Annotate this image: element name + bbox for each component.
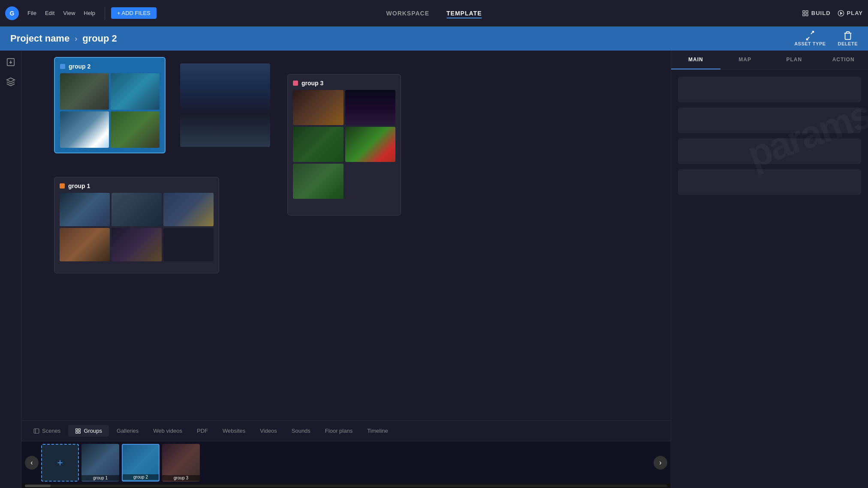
breadcrumb-right-actions: ASSET TYPE DELETE: [794, 31, 858, 46]
group3-photo-3: [293, 127, 344, 162]
asset-type-label: ASSET TYPE: [794, 41, 826, 46]
tab-webvideos-label: Web videos: [153, 428, 182, 434]
filmstrip-prev[interactable]: ‹: [25, 456, 39, 470]
asset-type-button[interactable]: ASSET TYPE: [794, 31, 826, 46]
group1-photos-bot: [60, 228, 214, 261]
scrollbar-handle[interactable]: [25, 485, 51, 487]
open-folder-button[interactable]: [159, 6, 166, 20]
right-panel: MAIN MAP PLAN ACTION params: [671, 51, 868, 488]
group2-photo-3: [60, 111, 109, 148]
play-button[interactable]: PLAY: [838, 10, 863, 17]
group2-title: group 2: [69, 63, 90, 70]
sidebar-layers-icon[interactable]: [4, 75, 17, 88]
tab-floorplans[interactable]: Floor plans: [318, 425, 359, 437]
redo-button[interactable]: [187, 6, 194, 20]
group1-title: group 1: [68, 183, 90, 189]
topbar: G File Edit View Help + ADD FILES WORKSP…: [0, 0, 868, 27]
workspace-tab[interactable]: WORKSPACE: [386, 8, 430, 18]
group1-photos-top: [60, 193, 214, 226]
tab-galleries[interactable]: Galleries: [110, 425, 145, 437]
filmstrip-label-group2: group 2: [123, 474, 159, 480]
filmstrip-item-group2[interactable]: group 2: [122, 444, 160, 482]
group3-photo-5: [293, 164, 344, 199]
breadcrumb-group: group 2: [82, 33, 117, 44]
menu-view[interactable]: View: [60, 8, 78, 18]
topbar-divider-1: [105, 7, 105, 20]
group-box-group2[interactable]: group 2: [54, 57, 166, 153]
template-tab[interactable]: TEMPLATE: [446, 8, 482, 18]
tab-sounds-label: Sounds: [292, 428, 310, 434]
scrollbar-track[interactable]: [25, 485, 667, 487]
tab-galleries-label: Galleries: [117, 428, 139, 434]
group3-label: group 3: [293, 80, 395, 87]
group2-color-dot: [60, 64, 65, 69]
group-box-group1[interactable]: group 1: [54, 177, 219, 273]
undo-button[interactable]: [178, 6, 185, 20]
bottom-tabs-row: Scenes Groups Galleries Web videos PDF W…: [21, 420, 671, 441]
scrollbar-row: [21, 484, 671, 488]
filmstrip-add[interactable]: +: [41, 444, 79, 482]
tab-websites[interactable]: Websites: [216, 425, 252, 437]
bottom-section: Scenes Groups Galleries Web videos PDF W…: [21, 420, 671, 488]
svg-rect-26: [79, 431, 81, 433]
project-name[interactable]: Project name: [10, 33, 69, 44]
group1-label: group 1: [60, 183, 214, 189]
menu-help[interactable]: Help: [80, 8, 99, 18]
right-tabs: MAIN MAP PLAN ACTION: [671, 51, 868, 70]
tab-plan[interactable]: PLAN: [770, 51, 819, 69]
tab-websites-label: Websites: [223, 428, 245, 434]
filmstrip-label-group3: group 3: [162, 475, 200, 481]
svg-marker-5: [840, 12, 842, 14]
group-box-group3[interactable]: group 3: [287, 74, 401, 216]
param-block-4: [678, 169, 861, 195]
svg-rect-23: [76, 428, 78, 430]
filmstrip-item-group3[interactable]: group 3: [162, 444, 200, 482]
tab-floorplans-label: Floor plans: [325, 428, 353, 434]
group1-photo-1: [60, 193, 110, 226]
build-button[interactable]: BUILD: [802, 10, 831, 17]
group2-photo-4: [111, 111, 160, 148]
group3-photos-mid: [293, 127, 395, 162]
menu-edit[interactable]: Edit: [42, 8, 58, 18]
breadcrumb-bar: Project name › group 2 ASSET TYPE DELETE: [0, 27, 868, 51]
sidebar-import-icon[interactable]: [4, 56, 17, 69]
tab-map[interactable]: MAP: [720, 51, 770, 69]
group1-photo-5: [112, 228, 162, 261]
tab-sounds[interactable]: Sounds: [285, 425, 317, 437]
svg-rect-2: [806, 14, 808, 16]
tab-timeline[interactable]: Timeline: [360, 425, 395, 437]
tab-groups[interactable]: Groups: [68, 425, 109, 437]
params-watermark: params: [741, 92, 868, 177]
logo-text: G: [10, 10, 15, 17]
group3-photos-top: [293, 90, 395, 125]
svg-rect-1: [806, 11, 808, 13]
group1-photo-4: [60, 228, 110, 261]
tab-action[interactable]: ACTION: [819, 51, 868, 69]
save-button[interactable]: [169, 6, 175, 20]
tab-scenes[interactable]: Scenes: [27, 425, 67, 437]
add-files-button[interactable]: + ADD FILES: [111, 7, 157, 19]
group2-label: group 2: [60, 63, 160, 70]
svg-rect-0: [803, 11, 805, 13]
topbar-center: WORKSPACE TEMPLATE: [386, 8, 482, 18]
right-content: params: [671, 70, 868, 488]
delete-button[interactable]: DELETE: [838, 31, 858, 46]
play-label: PLAY: [847, 10, 863, 16]
group3-photos-bot: [293, 164, 395, 199]
group2-photos: [60, 73, 160, 148]
canvas-scroll[interactable]: group 2 group 3: [21, 51, 671, 432]
standalone-photo-fjord[interactable]: [180, 63, 270, 147]
group3-photo-4: [345, 127, 396, 162]
tab-pdf[interactable]: PDF: [190, 425, 215, 437]
svg-rect-25: [76, 431, 78, 433]
filmstrip-item-group1[interactable]: group 1: [81, 444, 119, 482]
tab-main[interactable]: MAIN: [671, 51, 720, 69]
group3-empty: [345, 164, 396, 199]
param-block-3: [678, 138, 861, 164]
filmstrip-next[interactable]: ›: [654, 456, 667, 470]
app-logo: G: [5, 6, 19, 20]
tab-videos[interactable]: Videos: [253, 425, 284, 437]
tab-webvideos[interactable]: Web videos: [146, 425, 189, 437]
group1-photo-2: [112, 193, 162, 226]
menu-file[interactable]: File: [24, 8, 40, 18]
